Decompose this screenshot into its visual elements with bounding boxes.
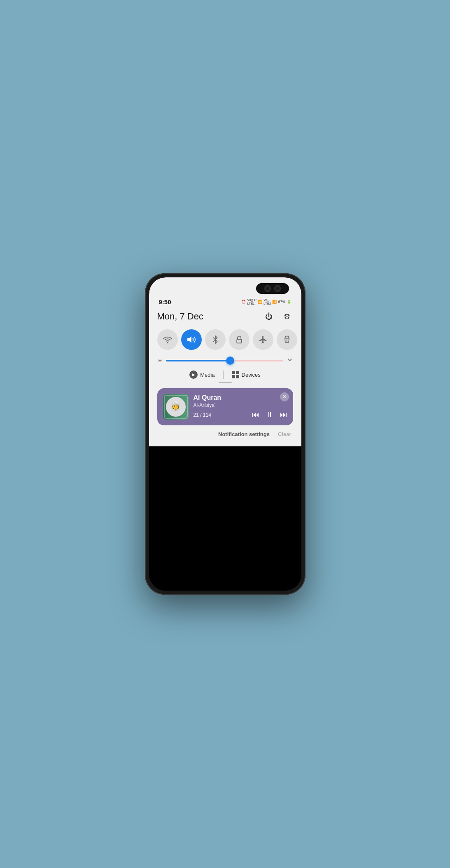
notification-close-button[interactable]: ✕: [280, 392, 289, 401]
toggle-more-button[interactable]: [301, 329, 301, 350]
settings-icon-button[interactable]: ⚙: [281, 310, 293, 323]
brightness-slider[interactable]: [166, 360, 283, 361]
toggle-airplane[interactable]: [253, 329, 273, 350]
notification-settings-button[interactable]: Notification settings: [218, 431, 270, 437]
settings-icon: ⚙: [284, 312, 290, 321]
playback-controls: ⏮ ⏸ ⏭: [252, 411, 287, 419]
media-play-icon: ▶: [189, 371, 198, 379]
devices-button[interactable]: Devices: [232, 371, 261, 378]
toggle-wifi[interactable]: [157, 329, 178, 350]
power-icon: ⏻: [265, 312, 273, 321]
media-label: Media: [200, 372, 215, 378]
battery-percent: 67%: [278, 300, 285, 304]
notification-controls: 21 / 114 ⏮ ⏸ ⏭: [194, 411, 287, 419]
devices-grid-icon: [232, 371, 239, 378]
track-info: 21 / 114: [194, 412, 211, 418]
media-devices-divider: [223, 371, 224, 379]
svg-rect-2: [237, 339, 242, 343]
power-icon-button[interactable]: ⏻: [263, 310, 275, 323]
media-devices-row: ▶ Media Devices: [157, 371, 293, 379]
header-action-icons: ⏻ ⚙: [263, 310, 293, 323]
toggle-sound[interactable]: [181, 329, 202, 350]
notification-title: Al Quran: [194, 394, 287, 401]
close-icon: ✕: [282, 394, 287, 400]
prev-button[interactable]: ⏮: [252, 411, 259, 419]
status-time: 9:50: [159, 298, 171, 305]
brightness-thumb[interactable]: [226, 357, 234, 365]
notification-panel: 9:50 ⏰ Vo)) RLTE1 📶 Vo))LTE2 📶 67% 🔋 Mon…: [149, 277, 301, 446]
toggle-bluetooth[interactable]: [205, 329, 226, 350]
artist-avatar: 👳: [166, 397, 186, 417]
notification-content: Al Quran Al-Anbiya' 21 / 114 ⏮ ⏸ ⏭: [194, 394, 287, 419]
toggle-screen-lock[interactable]: [229, 329, 249, 350]
notification-card: 👳 Al Quran Al-Anbiya' 21 / 114 ⏮ ⏸ ⏭: [157, 388, 293, 425]
camera-lens-1: [264, 285, 271, 292]
camera-lens-2: [274, 285, 281, 292]
media-button[interactable]: ▶ Media: [189, 371, 215, 379]
header-date: Mon, 7 Dec: [157, 311, 204, 322]
camera-bar: [256, 283, 289, 294]
svg-point-0: [167, 342, 168, 343]
phone-frame: 9:50 ⏰ Vo)) RLTE1 📶 Vo))LTE2 📶 67% 🔋 Mon…: [145, 273, 305, 595]
toggle-flashlight[interactable]: [277, 329, 297, 350]
notification-actions: Notification settings Clear: [157, 430, 293, 438]
screen: 9:50 ⏰ Vo)) RLTE1 📶 Vo))LTE2 📶 67% 🔋 Mon…: [149, 277, 301, 591]
clear-button[interactable]: Clear: [278, 431, 291, 437]
brightness-row: ☀: [157, 357, 293, 365]
drag-handle: [219, 382, 232, 383]
notification-subtitle: Al-Anbiya': [194, 402, 287, 408]
next-button[interactable]: ⏭: [280, 411, 287, 419]
quick-toggles-row: [157, 329, 293, 350]
status-icons: ⏰ Vo)) RLTE1 📶 Vo))LTE2 📶 67% 🔋: [241, 298, 291, 305]
signal-text: Vo)) RLTE1: [247, 298, 256, 305]
devices-label: Devices: [242, 372, 261, 378]
battery-icon: 🔋: [287, 300, 291, 304]
pause-button[interactable]: ⏸: [266, 411, 273, 419]
status-bar: 9:50 ⏰ Vo)) RLTE1 📶 Vo))LTE2 📶 67% 🔋: [157, 298, 293, 305]
signal-text2: Vo))LTE2: [263, 298, 271, 305]
alarm-icon: ⏰: [241, 300, 246, 304]
header-row: Mon, 7 Dec ⏻ ⚙: [157, 310, 293, 323]
svg-marker-1: [187, 337, 191, 343]
signal-bars: 📶: [258, 300, 262, 304]
signal-bars2: 📶: [272, 300, 277, 304]
brightness-icon: ☀: [157, 357, 163, 364]
album-art: 👳: [163, 394, 189, 420]
brightness-expand-icon[interactable]: [287, 357, 293, 365]
